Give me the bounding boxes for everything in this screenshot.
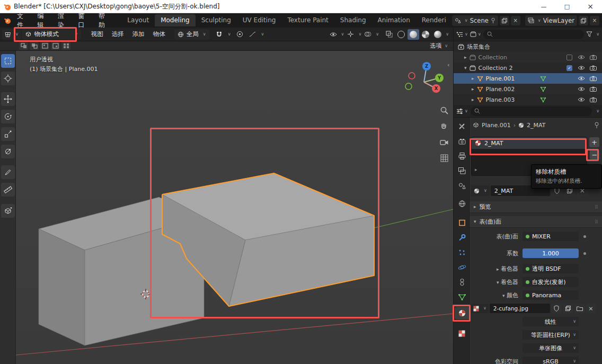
disclosure-icon[interactable]: ▾ (464, 66, 467, 70)
scene-unlink-button[interactable]: × (511, 16, 520, 25)
tab-rendering[interactable]: Renderi (416, 14, 452, 26)
shader-1-button[interactable]: 透明 BSDF (523, 264, 579, 273)
menu-window[interactable]: 窗口 (73, 12, 93, 30)
pan-control[interactable] (437, 119, 451, 133)
transform-option-3-icon[interactable] (40, 42, 49, 50)
collapse-panel-arrow[interactable]: ‹ (447, 61, 449, 68)
chevron-down-icon[interactable]: ∨ (376, 32, 379, 37)
object-visibility-button[interactable] (327, 29, 339, 40)
transform-option-2-icon[interactable] (30, 42, 39, 50)
transform-option-1-icon[interactable] (19, 42, 28, 50)
browse-image-button[interactable]: ∨ (471, 304, 489, 313)
menu-view[interactable]: 视图 (87, 30, 107, 38)
menu-help[interactable]: 帮助 (94, 12, 114, 30)
hide-eye-icon[interactable] (578, 65, 585, 70)
tool-scale[interactable] (1, 127, 15, 141)
chevron-down-icon[interactable]: ∨ (341, 32, 344, 37)
tab-scene[interactable] (455, 179, 469, 192)
outliner-row-collection-2[interactable]: ▾ Collection 2 ✓ (454, 63, 602, 73)
exclude-checkbox[interactable] (566, 55, 572, 60)
shading-material-button[interactable] (420, 29, 431, 40)
show-gizmo-button[interactable] (344, 29, 356, 40)
tab-tool[interactable] (455, 120, 469, 132)
tool-cursor[interactable] (1, 72, 15, 85)
tab-shading[interactable]: Shading (334, 14, 372, 26)
image-fake-user-button[interactable] (551, 304, 562, 313)
exclude-checkbox[interactable]: ✓ (566, 65, 572, 71)
factor-slider[interactable]: 1.000 (523, 248, 579, 258)
viewlayer-remove-button[interactable]: × (590, 16, 599, 25)
tool-annotate[interactable] (1, 165, 15, 179)
unlink-image-button[interactable]: × (586, 304, 596, 313)
proportional-falloff-button[interactable] (247, 29, 259, 40)
tool-transform[interactable] (1, 145, 15, 158)
remove-material-slot-button[interactable]: − (590, 150, 599, 159)
tab-constraints[interactable] (455, 276, 469, 288)
tool-rotate[interactable] (1, 110, 15, 123)
render-camera-icon[interactable] (590, 86, 597, 92)
render-camera-icon[interactable] (590, 76, 597, 81)
pin-icon[interactable] (491, 17, 495, 24)
menu-edit[interactable]: 编辑 (32, 12, 52, 30)
show-overlays-button[interactable] (362, 29, 374, 40)
tab-physics[interactable] (455, 261, 469, 273)
render-camera-icon[interactable] (590, 65, 597, 70)
disclosure-icon[interactable]: ▸ (464, 55, 467, 60)
menu-render[interactable]: 渲染 (53, 12, 73, 30)
colorspace-dropdown[interactable]: sRGB ∨ (523, 357, 579, 364)
shading-wireframe-button[interactable] (395, 29, 407, 40)
image-name-field[interactable]: 2-cufang.jpg (490, 304, 550, 313)
mesh-data-icon[interactable] (540, 76, 546, 82)
disclosure-icon[interactable]: ▸ (472, 87, 474, 92)
blender-menu-icon[interactable] (4, 16, 12, 25)
pin-icon[interactable] (594, 122, 599, 129)
chevron-down-icon[interactable]: ∨ (228, 32, 231, 37)
ortho-grid-control[interactable] (437, 151, 451, 165)
outliner-filter-button[interactable] (586, 31, 592, 37)
render-camera-icon[interactable] (590, 97, 597, 102)
image-duplicate-button[interactable] (563, 304, 573, 313)
scene-selector[interactable]: ∨ Scene (452, 15, 498, 26)
tool-select-box[interactable] (1, 54, 15, 68)
hide-eye-icon[interactable] (578, 97, 585, 102)
shader-2-button[interactable]: 自发光(发射) (523, 277, 579, 287)
surface-panel-header[interactable]: ▾ 表(曲)面 ⠿ (470, 216, 602, 228)
menu-add[interactable]: 添加 (129, 30, 148, 38)
tab-animation[interactable]: Animation (372, 14, 416, 26)
viewlayer-selector[interactable]: ∨ ViewLayer (525, 15, 577, 26)
tool-move[interactable] (1, 92, 15, 106)
tab-texture[interactable] (455, 327, 469, 340)
interpolation-dropdown[interactable]: 线性 ∨ (523, 317, 579, 326)
transform-option-4-icon[interactable] (51, 42, 60, 50)
outliner-row-collection[interactable]: ▸ Collection (454, 52, 602, 63)
hide-eye-icon[interactable] (578, 76, 585, 81)
breadcrumb-material[interactable]: 2_MAT (527, 122, 545, 129)
keyframe-dot-icon[interactable] (583, 252, 586, 255)
breadcrumb-object[interactable]: Plane.001 (482, 122, 511, 129)
tab-sculpting[interactable]: Sculpting (196, 14, 237, 26)
disclosure-icon[interactable]: ▸ (472, 76, 474, 81)
tab-render[interactable] (455, 135, 469, 147)
browse-material-button[interactable]: ∨ (471, 185, 490, 196)
zoom-control[interactable] (437, 103, 451, 117)
mesh-data-icon[interactable] (540, 86, 546, 92)
maximize-button[interactable]: □ (555, 0, 579, 13)
tab-layout[interactable]: Layout (121, 14, 155, 26)
viewport-3d[interactable]: 用户透视 (1) 场景集合 | Plane.001 Z Y X (16, 51, 453, 364)
menu-select[interactable]: 选择 (108, 30, 128, 38)
transform-option-5-icon[interactable] (61, 42, 70, 50)
outliner-row-scene-collection[interactable]: 场景集合 (454, 41, 602, 52)
viewlayer-new-button[interactable] (579, 16, 588, 25)
disclosure-icon[interactable]: ▸ (472, 97, 474, 102)
material-slot-item[interactable]: 2_MAT (472, 137, 587, 149)
hide-eye-icon[interactable] (578, 86, 585, 92)
projection-dropdown[interactable]: 等距圆柱(ERP) ∨ (523, 330, 579, 340)
editor-type-button[interactable]: ∨ (2, 29, 21, 40)
mode-dropdown[interactable]: 物体模式 ∨ (22, 29, 81, 40)
tool-add-cube[interactable] (1, 204, 15, 218)
tab-modeling[interactable]: Modeling (155, 14, 196, 26)
camera-view-control[interactable] (437, 135, 451, 149)
minimize-button[interactable]: — (532, 0, 555, 13)
chevron-down-icon[interactable]: ∨ (358, 32, 361, 37)
close-button[interactable]: × (579, 0, 602, 13)
